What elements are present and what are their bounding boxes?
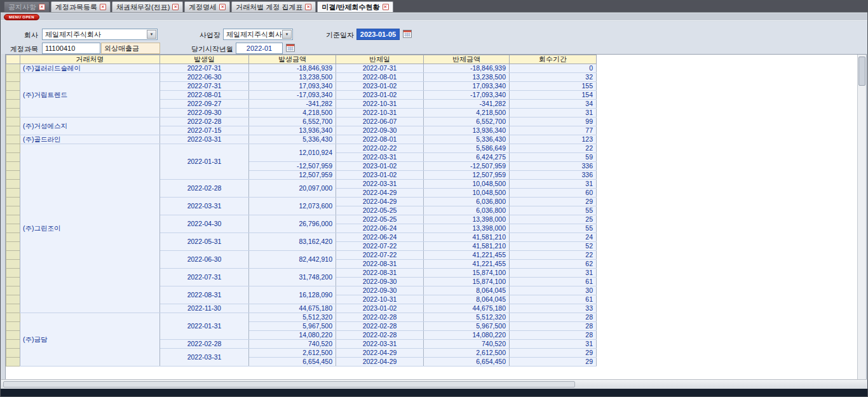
occurrence-date-cell[interactable]: 2022-07-31 [160, 64, 249, 73]
collection-days-cell[interactable]: 22 [510, 144, 597, 153]
site-select[interactable]: 제일제지주식회사 ▼ [223, 29, 293, 40]
horizontal-scrollbar-thumb[interactable] [3, 381, 575, 387]
period-start-input[interactable]: 2022-01 [236, 43, 283, 54]
settlement-date-cell[interactable]: 2023-01-02 [336, 82, 424, 91]
row-selector[interactable] [6, 180, 20, 189]
settlement-date-cell[interactable]: 2022-02-28 [336, 331, 424, 340]
row-selector[interactable] [6, 224, 20, 233]
occurrence-amount-cell[interactable]: 2,612,500 [249, 349, 336, 358]
col-header-selector[interactable] [6, 55, 20, 64]
collection-days-cell[interactable]: 52 [510, 242, 597, 251]
settlement-date-cell[interactable]: 2022-06-24 [336, 224, 424, 233]
settlement-amount-cell[interactable]: 5,512,320 [424, 313, 510, 322]
row-selector[interactable] [6, 331, 20, 340]
settlement-amount-cell[interactable]: -17,093,340 [424, 91, 510, 100]
tab-close-icon[interactable]: ✕ [219, 4, 226, 10]
collection-days-cell[interactable]: 31 [510, 109, 597, 118]
occurrence-date-cell[interactable]: 2022-06-30 [160, 251, 249, 269]
table-row[interactable]: (주)금담2022-01-315,512,3202022-02-285,512,… [6, 313, 597, 322]
col-header-occurrence-date[interactable]: 발생일 [160, 55, 249, 64]
table-row[interactable]: (주)그린조이2022-01-3112,010,9242022-02-225,5… [6, 144, 597, 153]
settlement-amount-cell[interactable]: 41,581,210 [424, 233, 510, 242]
occurrence-amount-cell[interactable]: 12,010,924 [249, 144, 336, 162]
collection-days-cell[interactable]: 29 [510, 198, 597, 206]
occurrence-date-cell[interactable]: 2022-05-31 [160, 233, 249, 251]
row-selector[interactable] [6, 269, 20, 278]
occurrence-date-cell[interactable]: 2022-07-31 [160, 269, 249, 286]
table-row[interactable]: (주)거림트렌드2022-06-3013,238,5002022-08-0113… [6, 73, 597, 82]
table-row[interactable]: (주)골드라인2022-03-315,336,4302022-08-015,33… [6, 135, 597, 144]
vertical-scrollbar-thumb[interactable] [858, 57, 865, 86]
row-selector[interactable] [6, 286, 20, 295]
settlement-amount-cell[interactable]: -18,846,939 [424, 64, 510, 73]
row-selector[interactable] [6, 304, 20, 313]
collection-days-cell[interactable]: 77 [510, 126, 597, 135]
customer-name-cell[interactable]: (주)거성에스지 [20, 118, 160, 135]
settlement-amount-cell[interactable]: 5,967,500 [424, 322, 510, 331]
settlement-amount-cell[interactable]: 6,036,800 [424, 206, 510, 215]
occurrence-amount-cell[interactable]: 5,336,430 [249, 135, 336, 144]
row-selector[interactable] [6, 233, 20, 242]
row-selector[interactable] [6, 135, 20, 144]
settlement-date-cell[interactable]: 2022-09-30 [336, 126, 424, 135]
collection-days-cell[interactable]: 154 [510, 91, 597, 100]
row-selector[interactable] [6, 206, 20, 215]
row-selector[interactable] [6, 162, 20, 171]
settlement-date-cell[interactable]: 2022-10-31 [336, 100, 424, 109]
occurrence-amount-cell[interactable]: 16,128,090 [249, 286, 336, 304]
occurrence-amount-cell[interactable]: -341,282 [249, 100, 336, 109]
occurrence-amount-cell[interactable]: 12,073,600 [249, 198, 336, 215]
collection-days-cell[interactable]: 336 [510, 171, 597, 180]
occurrence-date-cell[interactable]: 2022-02-28 [160, 118, 249, 126]
tab-close-icon[interactable]: ✕ [172, 4, 179, 10]
customer-name-cell[interactable]: (주)갤러리드슬레이 [20, 64, 160, 73]
tab-close-icon[interactable]: ✕ [39, 4, 45, 10]
row-selector[interactable] [6, 91, 20, 100]
settlement-date-cell[interactable]: 2022-04-29 [336, 198, 424, 206]
occurrence-date-cell[interactable]: 2022-11-30 [160, 304, 249, 313]
occurrence-date-cell[interactable]: 2022-07-31 [160, 82, 249, 91]
settlement-amount-cell[interactable]: 10,048,500 [424, 180, 510, 189]
table-row[interactable]: (주)거성에스지2022-02-286,552,7002022-06-076,5… [6, 118, 597, 126]
settlement-date-cell[interactable]: 2022-04-29 [336, 349, 424, 358]
row-selector[interactable] [6, 340, 20, 349]
vertical-scrollbar[interactable] [857, 55, 866, 380]
settlement-amount-cell[interactable]: 17,093,340 [424, 82, 510, 91]
collection-days-cell[interactable]: 25 [510, 215, 597, 224]
row-selector[interactable] [6, 358, 20, 367]
row-selector[interactable] [6, 82, 20, 91]
dropdown-arrow-icon[interactable]: ▼ [282, 30, 292, 39]
tab-close-icon[interactable]: ✕ [100, 4, 106, 10]
row-selector[interactable] [6, 322, 20, 331]
occurrence-amount-cell[interactable]: 5,967,500 [249, 322, 336, 331]
row-selector[interactable] [6, 349, 20, 358]
settlement-date-cell[interactable]: 2022-08-31 [336, 269, 424, 278]
tab-notice[interactable]: 공지사항 ✕ [4, 1, 50, 12]
row-selector[interactable] [6, 260, 20, 269]
settlement-amount-cell[interactable]: 6,552,700 [424, 118, 510, 126]
row-selector[interactable] [6, 251, 20, 260]
collection-days-cell[interactable]: 123 [510, 135, 597, 144]
col-header-settlement-amount[interactable]: 반제금액 [424, 55, 510, 64]
collection-days-cell[interactable]: 24 [510, 233, 597, 242]
row-selector[interactable] [6, 278, 20, 286]
settlement-amount-cell[interactable]: 41,221,455 [424, 260, 510, 269]
settlement-amount-cell[interactable]: 15,874,100 [424, 269, 510, 278]
customer-name-cell[interactable]: (주)거림트렌드 [20, 73, 160, 118]
row-selector[interactable] [6, 242, 20, 251]
settlement-amount-cell[interactable]: 13,238,500 [424, 73, 510, 82]
settlement-date-cell[interactable]: 2022-07-31 [336, 64, 424, 73]
settlement-amount-cell[interactable]: 6,036,800 [424, 198, 510, 206]
settlement-amount-cell[interactable]: 41,581,210 [424, 242, 510, 251]
collection-days-cell[interactable]: 28 [510, 331, 597, 340]
occurrence-date-cell[interactable]: 2022-03-31 [160, 198, 249, 215]
occurrence-amount-cell[interactable]: 31,748,200 [249, 269, 336, 286]
occurrence-amount-cell[interactable]: 82,442,910 [249, 251, 336, 269]
tab-close-icon[interactable]: ✕ [305, 4, 311, 10]
collection-days-cell[interactable]: 55 [510, 224, 597, 233]
occurrence-date-cell[interactable]: 2022-02-28 [160, 340, 249, 349]
collection-days-cell[interactable]: 155 [510, 82, 597, 91]
settlement-date-cell[interactable]: 2022-02-22 [336, 144, 424, 153]
occurrence-amount-cell[interactable]: -17,093,340 [249, 91, 336, 100]
row-selector[interactable] [6, 295, 20, 304]
